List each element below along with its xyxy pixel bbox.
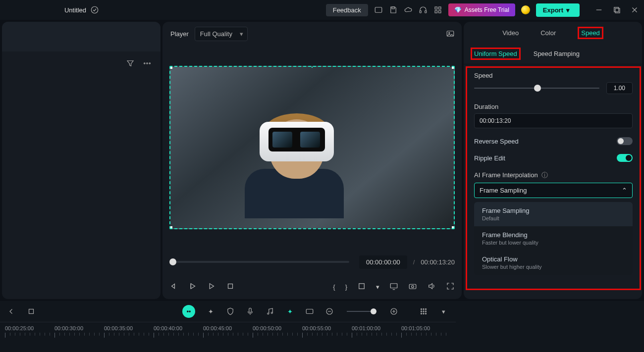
display-icon[interactable]: [389, 282, 398, 292]
zoom-in-icon[interactable]: [389, 307, 398, 316]
quality-value: Full Quality: [200, 30, 232, 38]
prev-frame-icon[interactable]: [169, 282, 178, 292]
layout-icon[interactable]: [374, 5, 383, 14]
scrub-track[interactable]: [169, 261, 349, 263]
dropdown-item-frame-blending[interactable]: Frame Blending Faster but lower quality: [474, 226, 633, 251]
ruler-label: 00:00:50:00: [253, 325, 302, 331]
fullscreen-icon[interactable]: [446, 282, 455, 292]
play-pause-icon[interactable]: [188, 282, 197, 292]
dd-sub: Faster but lower quality: [482, 240, 625, 246]
dd-sub: Slower but higher quality: [482, 264, 625, 270]
subtab-uniform-speed[interactable]: Uniform Speed: [471, 48, 521, 60]
speed-slider[interactable]: [474, 88, 599, 89]
save-icon[interactable]: [389, 5, 398, 14]
crop-icon[interactable]: [357, 282, 366, 292]
frame-interp-dropdown: Frame Sampling Default Frame Blending Fa…: [474, 202, 633, 275]
apps-icon[interactable]: [433, 5, 442, 14]
speed-subtabs: Uniform Speed Speed Ramping: [464, 44, 642, 64]
chevron-down-icon[interactable]: ▾: [376, 283, 379, 291]
ruler-label: 00:01:05:00: [401, 325, 451, 331]
subtab-speed-ramping[interactable]: Speed Ramping: [534, 50, 580, 57]
svg-rect-4: [425, 11, 427, 13]
reverse-speed-toggle[interactable]: [617, 137, 633, 145]
preview-area: [162, 46, 462, 250]
coin-icon[interactable]: [521, 5, 530, 14]
quality-select[interactable]: Full Quality: [195, 27, 248, 41]
enhance-icon[interactable]: ✦: [285, 307, 294, 316]
media-toolbar: [2, 51, 161, 75]
mark-out-icon[interactable]: }: [345, 283, 347, 291]
ruler-labels: 00:00:25:00 00:00:30:00 00:00:35:00 00:0…: [5, 325, 451, 331]
timeline-back-icon[interactable]: [7, 307, 16, 316]
svg-point-11: [144, 63, 145, 64]
svg-rect-8: [438, 11, 441, 13]
mark-in-icon[interactable]: {: [333, 283, 335, 291]
tab-speed[interactable]: Speed: [578, 27, 603, 39]
ai-assistant-icon[interactable]: ••: [182, 305, 195, 318]
duration-input[interactable]: 00:00:13:20: [474, 113, 633, 128]
filter-icon[interactable]: [126, 59, 135, 68]
zoom-slider[interactable]: [347, 311, 376, 312]
resize-handle[interactable]: [169, 226, 172, 229]
dd-title: Optical Flow: [482, 255, 625, 263]
zoom-handle[interactable]: [371, 308, 376, 314]
resize-handle[interactable]: [169, 66, 172, 69]
scrub-handle[interactable]: [169, 258, 176, 265]
ruler-ticks: [5, 333, 451, 338]
dropdown-item-optical-flow[interactable]: Optical Flow Slower but higher quality: [474, 251, 633, 275]
mic-icon[interactable]: [246, 307, 255, 316]
volume-icon[interactable]: [427, 282, 436, 292]
property-tabs: Video Color Speed: [464, 22, 642, 44]
headphones-icon[interactable]: [419, 5, 428, 14]
grid-icon[interactable]: [419, 307, 428, 316]
current-time: 00:00:00:00: [359, 255, 407, 269]
svg-point-36: [425, 313, 426, 314]
timeline-crop-icon[interactable]: [27, 307, 36, 316]
caption-icon[interactable]: [305, 307, 314, 316]
ruler-label: 00:00:30:00: [54, 325, 104, 331]
resize-handle[interactable]: [452, 226, 455, 229]
video-frame[interactable]: [169, 66, 455, 229]
player-panel: Player Full Quality: [162, 22, 462, 299]
svg-rect-5: [435, 7, 437, 9]
speed-value[interactable]: 1.00: [606, 82, 633, 94]
close-icon[interactable]: [630, 5, 639, 14]
ruler-label: 00:00:35:00: [104, 325, 154, 331]
export-button[interactable]: Export ▾: [536, 3, 580, 17]
minimize-icon[interactable]: [594, 5, 603, 14]
zoom-out-icon[interactable]: [325, 307, 334, 316]
chevron-down-icon[interactable]: ▾: [439, 307, 448, 316]
info-icon[interactable]: ⓘ: [541, 171, 548, 179]
assets-free-trial-button[interactable]: 💎 Assets Free Trial: [448, 3, 515, 16]
tab-color[interactable]: Color: [540, 29, 556, 37]
resize-handle[interactable]: [452, 66, 455, 69]
shield-icon[interactable]: [226, 307, 235, 316]
stop-icon[interactable]: [226, 282, 235, 292]
ripple-edit-toggle[interactable]: [617, 154, 633, 162]
cloud-icon[interactable]: [404, 5, 413, 14]
feedback-button[interactable]: Feedback: [326, 4, 368, 16]
maximize-icon[interactable]: [612, 5, 621, 14]
speed-slider-handle[interactable]: [534, 85, 541, 92]
timeline-ruler[interactable]: 00:00:25:00 00:00:30:00 00:00:35:00 00:0…: [0, 322, 456, 342]
svg-rect-22: [249, 308, 252, 312]
dd-title: Frame Sampling: [482, 207, 625, 214]
snapshot-icon[interactable]: [408, 282, 417, 292]
more-icon[interactable]: [143, 59, 152, 68]
tab-video[interactable]: Video: [502, 29, 519, 37]
music-icon[interactable]: [266, 307, 274, 316]
timeline: •• ✦ ✦ ▾ 00:00:25:00 00:00:30:00 00:00:3…: [0, 301, 644, 352]
chevron-down-icon: ▾: [566, 6, 570, 14]
player-header: Player Full Quality: [162, 22, 462, 46]
main-area: Player Full Quality: [0, 20, 644, 301]
timeline-toolbar: •• ✦ ✦ ▾: [0, 301, 644, 322]
duration-label: Duration: [474, 103, 633, 110]
total-time: 00:00:13:20: [421, 258, 455, 266]
dropdown-item-frame-sampling[interactable]: Frame Sampling Default: [474, 202, 633, 226]
frame-interp-select[interactable]: Frame Sampling ⌃: [474, 183, 633, 198]
play-icon[interactable]: [207, 282, 216, 292]
svg-rect-25: [306, 309, 313, 314]
image-icon[interactable]: [446, 29, 455, 38]
sparkle-icon[interactable]: ✦: [206, 307, 215, 316]
properties-panel: Video Color Speed Uniform Speed Speed Ra…: [464, 22, 642, 299]
